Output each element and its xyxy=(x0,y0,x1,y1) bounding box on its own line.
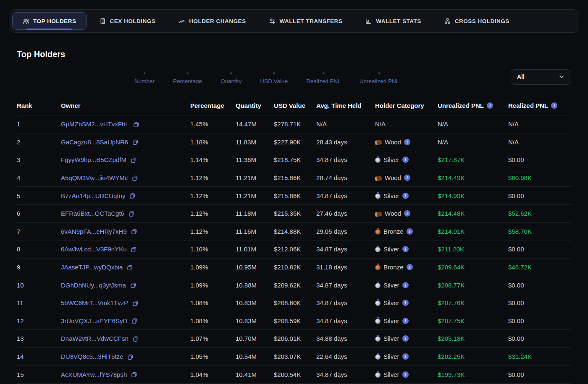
building-icon xyxy=(99,18,106,25)
info-icon[interactable]: i xyxy=(402,371,409,378)
copy-icon[interactable] xyxy=(129,192,136,199)
owner-address-link[interactable]: 6AwJwLcd...V3F9nYKu xyxy=(61,246,126,253)
tab-cex-holdings[interactable]: CEX HOLDINGS xyxy=(89,12,166,30)
info-icon[interactable]: i xyxy=(404,175,410,181)
realized-pnl-cell: $58.70K xyxy=(508,222,571,240)
usd-value-cell: $218.75K xyxy=(274,151,316,169)
info-icon[interactable]: i xyxy=(402,318,409,324)
copy-icon[interactable] xyxy=(131,175,138,181)
owner-cell: A5qQM3Vw...jio4WYMc xyxy=(61,169,190,187)
usd-value-cell: $215.86K xyxy=(274,187,316,205)
copy-icon[interactable] xyxy=(131,371,137,378)
tab-holder-changes[interactable]: HOLDER CHANGES xyxy=(168,12,256,30)
column-header-percentage: Percentage xyxy=(190,99,236,115)
table-row: 9 JAaseTJP...wyDQxbia 1.09% 10.95M $210.… xyxy=(17,258,571,276)
info-icon[interactable]: i xyxy=(487,102,493,109)
owner-address-link[interactable]: AcXUMAYw...fYS78psh xyxy=(61,371,127,378)
owner-cell: 6vAN9pFA...eHRy7xH9 xyxy=(61,222,190,240)
quantity-cell: 14.47M xyxy=(236,115,274,133)
silver-medal-icon xyxy=(375,157,381,163)
holder-category-cell: Woodi xyxy=(375,204,438,222)
realized-pnl-cell: $0.00 xyxy=(508,294,571,312)
percentage-cell: 1.04% xyxy=(190,366,236,384)
holder-category-cell: Silveri xyxy=(375,276,438,294)
owner-address-link[interactable]: 3rUoVQXJ...sEYE6SyD xyxy=(61,317,127,324)
summary-stat-quantity: - Quantity xyxy=(220,69,242,84)
owner-address-link[interactable]: JAaseTJP...wyDQxbia xyxy=(61,264,123,271)
info-icon[interactable]: i xyxy=(402,157,409,163)
copy-icon[interactable] xyxy=(132,335,139,342)
info-icon[interactable]: i xyxy=(404,210,410,217)
info-icon[interactable]: i xyxy=(402,335,409,342)
owner-address-link[interactable]: DnaW2vtR...VdwCCFsn xyxy=(61,335,129,342)
copy-icon[interactable] xyxy=(133,121,139,128)
info-icon[interactable]: i xyxy=(402,353,409,360)
copy-icon[interactable] xyxy=(132,138,139,145)
percentage-cell: 1.07% xyxy=(190,330,236,348)
info-icon[interactable]: i xyxy=(407,228,413,235)
avg-time-held-cell: 34.87 days xyxy=(316,366,375,384)
copy-icon[interactable] xyxy=(130,157,137,163)
owner-address-link[interactable]: B7zAu14p...UDCUqtny xyxy=(61,192,125,199)
holder-category-label: Silver xyxy=(383,371,399,378)
owner-cell: B7zAu14p...UDCUqtny xyxy=(61,187,190,205)
page-title: Top Holders xyxy=(17,50,588,59)
realized-pnl-cell: $31.24K xyxy=(508,347,571,366)
holder-category-label: Silver xyxy=(383,353,399,360)
silver-medal-icon xyxy=(375,336,381,342)
avg-time-held-cell: 31.18 days xyxy=(316,258,375,276)
holder-category-cell: Silveri xyxy=(375,347,438,366)
info-icon[interactable]: i xyxy=(402,193,409,199)
info-icon[interactable]: i xyxy=(402,300,409,306)
avg-time-held-cell: 34.87 days xyxy=(316,276,375,294)
copy-icon[interactable] xyxy=(131,317,138,324)
summary-stat-usd-value: - USD Value xyxy=(260,69,288,84)
owner-address-link[interactable]: A5qQM3Vw...jio4WYMc xyxy=(61,174,128,181)
owner-address-link[interactable]: FgyyW9hp...B5CZpdfM xyxy=(61,156,126,163)
tab-wallet-stats[interactable]: WALLET STATS xyxy=(355,12,431,30)
holder-category-label: Silver xyxy=(383,156,399,163)
owner-cell: GpMZbSM2...vHTvxFbL xyxy=(61,115,190,133)
owner-address-link[interactable]: GpMZbSM2...vHTvxFbL xyxy=(61,120,129,128)
copy-icon[interactable] xyxy=(130,246,137,253)
copy-icon[interactable] xyxy=(131,228,137,235)
column-header-rank: Rank xyxy=(17,99,61,115)
tab-label: CROSS HOLDINGS xyxy=(455,18,509,24)
info-icon[interactable]: i xyxy=(407,264,413,270)
owner-address-link[interactable]: DU8VQ8c5...3HiT5tze xyxy=(61,353,123,360)
owner-address-link[interactable]: GaCagzu8...8SaUpNR6 xyxy=(61,138,128,146)
column-header-label: Unrealized PNL xyxy=(438,102,484,109)
copy-icon[interactable] xyxy=(126,264,133,271)
avg-time-held-cell: 34.87 days xyxy=(316,240,375,259)
avg-time-held-cell: N/A xyxy=(316,115,375,133)
info-icon[interactable]: i xyxy=(551,102,557,109)
copy-icon[interactable] xyxy=(128,210,135,217)
copy-icon[interactable] xyxy=(132,300,139,306)
rank-cell: 2 xyxy=(17,133,61,151)
tab-bar: TOP HOLDERS CEX HOLDINGS HOLDER CHANGES … xyxy=(9,9,579,33)
copy-icon[interactable] xyxy=(130,282,136,288)
owner-address-link[interactable]: 6vAN9pFA...eHRy7xH9 xyxy=(61,228,127,235)
rank-cell: 15 xyxy=(17,366,61,384)
quantity-cell: 10.88M xyxy=(236,276,274,294)
info-icon[interactable]: i xyxy=(402,246,409,252)
owner-address-link[interactable]: EFRa6Bxt...GCTaCgt6 xyxy=(61,210,124,217)
tab-wallet-transfers[interactable]: WALLET TRANSFERS xyxy=(259,12,353,30)
silver-medal-icon xyxy=(375,300,381,306)
holder-filter-dropdown[interactable]: All xyxy=(511,69,571,85)
owner-address-link[interactable]: 5bWC6MrT...Vmk1TvzP xyxy=(61,299,128,306)
column-header-realized-pnl: Realized PNLi xyxy=(508,99,571,115)
owner-address-link[interactable]: DGhDhNUy...q3yfJsma xyxy=(61,282,126,289)
usd-value-cell: $208.60K xyxy=(274,294,316,312)
usd-value-cell: $215.86K xyxy=(274,169,316,187)
copy-icon[interactable] xyxy=(127,353,134,360)
tab-cross-holdings[interactable]: CROSS HOLDINGS xyxy=(434,12,520,30)
percentage-cell: 1.09% xyxy=(190,276,236,294)
holder-category-cell: N/A xyxy=(375,115,438,133)
info-icon[interactable]: i xyxy=(402,282,409,288)
info-icon[interactable]: i xyxy=(404,139,410,145)
tab-top-holders[interactable]: TOP HOLDERS xyxy=(12,12,87,30)
summary-row: - Number - Percentage - Quantity - USD V… xyxy=(17,68,571,86)
rank-cell: 13 xyxy=(17,330,61,348)
rank-cell: 3 xyxy=(17,151,61,169)
